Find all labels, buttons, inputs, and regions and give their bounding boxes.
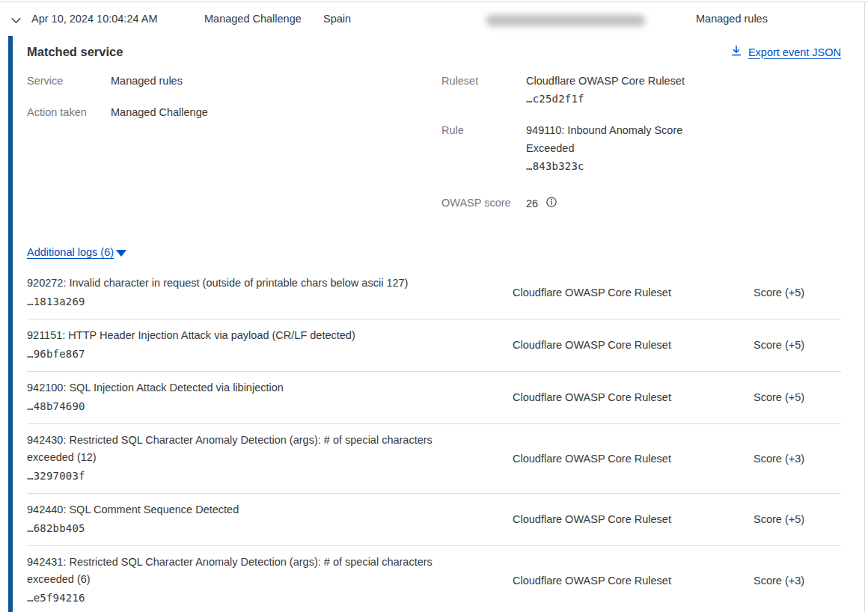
event-summary-row[interactable]: Apr 10, 2024 10:04:24 AM Managed Challen… bbox=[0, 2, 868, 36]
redacted-host-blur bbox=[486, 15, 645, 26]
log-description: 942431: Restricted SQL Character Anomaly… bbox=[27, 554, 481, 588]
event-service: Managed rules bbox=[696, 13, 768, 25]
panel-title: Matched service bbox=[27, 45, 123, 59]
additional-logs-toggle[interactable]: Additional logs (6) bbox=[27, 246, 126, 258]
ruleset-field: Ruleset Cloudflare OWASP Core Ruleset …c… bbox=[441, 72, 841, 108]
service-label: Service bbox=[27, 72, 111, 90]
log-ruleset: Cloudflare OWASP Core Ruleset bbox=[513, 575, 754, 587]
ruleset-name: Cloudflare OWASP Core Ruleset bbox=[526, 72, 685, 90]
rule-name: 949110: Inbound Anomaly Score Exceeded bbox=[526, 121, 709, 157]
event-detail-screen: Apr 10, 2024 10:04:24 AM Managed Challen… bbox=[0, 1, 868, 612]
log-score: Score (+3) bbox=[754, 453, 841, 465]
log-description: 942430: Restricted SQL Character Anomaly… bbox=[27, 432, 481, 466]
log-ruleset: Cloudflare OWASP Core Ruleset bbox=[513, 453, 754, 465]
owasp-score-value: 26 bbox=[526, 195, 538, 212]
log-ruleset: Cloudflare OWASP Core Ruleset bbox=[513, 391, 754, 403]
matched-service-panel: Matched service Export event JSON Servic… bbox=[8, 36, 868, 612]
log-row: 942431: Restricted SQL Character Anomaly… bbox=[27, 546, 841, 612]
log-score: Score (+3) bbox=[754, 575, 841, 587]
panel-header: Matched service Export event JSON bbox=[27, 45, 841, 59]
log-ruleset: Cloudflare OWASP Core Ruleset bbox=[513, 339, 754, 351]
rule-id: …843b323c bbox=[526, 157, 709, 175]
export-event-json-link[interactable]: Export event JSON bbox=[730, 45, 841, 59]
log-score: Score (+5) bbox=[754, 287, 841, 299]
log-score: Score (+5) bbox=[754, 513, 841, 525]
service-value: Managed rules bbox=[111, 72, 183, 90]
log-rule-id: …e5f94216 bbox=[27, 590, 481, 607]
event-timestamp: Apr 10, 2024 10:04:24 AM bbox=[31, 13, 158, 25]
log-score: Score (+5) bbox=[754, 339, 841, 351]
download-icon bbox=[730, 45, 742, 59]
log-ruleset: Cloudflare OWASP Core Ruleset bbox=[513, 287, 754, 299]
log-row: 920272: Invalid character in request (ou… bbox=[27, 267, 841, 319]
log-row: 942100: SQL Injection Attack Detected vi… bbox=[27, 372, 841, 424]
service-field: Service Managed rules bbox=[27, 72, 441, 90]
log-description: 921151: HTTP Header Injection Attack via… bbox=[27, 327, 481, 344]
owasp-score-label: OWASP score bbox=[441, 194, 526, 213]
ruleset-id: …c25d2f1f bbox=[526, 90, 685, 108]
info-icon[interactable] bbox=[545, 195, 557, 213]
log-description: 942440: SQL Comment Sequence Detected bbox=[27, 501, 481, 518]
log-ruleset: Cloudflare OWASP Core Ruleset bbox=[513, 513, 754, 525]
ruleset-label: Ruleset bbox=[441, 72, 526, 108]
log-rule-id: …48b74690 bbox=[27, 398, 481, 415]
table-right-border bbox=[864, 2, 865, 612]
rule-label: Rule bbox=[441, 121, 526, 175]
action-taken-label: Action taken bbox=[27, 103, 111, 121]
log-row: 942430: Restricted SQL Character Anomaly… bbox=[27, 424, 841, 494]
log-rule-id: …96bfe867 bbox=[27, 346, 481, 363]
chevron-down-icon[interactable] bbox=[10, 14, 22, 29]
export-link-label: Export event JSON bbox=[748, 46, 841, 58]
additional-logs-list: 920272: Invalid character in request (ou… bbox=[27, 267, 841, 612]
log-description: 942100: SQL Injection Attack Detected vi… bbox=[27, 379, 481, 397]
log-description: 920272: Invalid character in request (ou… bbox=[27, 275, 481, 292]
action-taken-field: Action taken Managed Challenge bbox=[27, 103, 441, 121]
rule-field: Rule 949110: Inbound Anomaly Score Excee… bbox=[441, 121, 841, 175]
log-row: 942440: SQL Comment Sequence Detected …6… bbox=[27, 494, 841, 546]
additional-logs-label: Additional logs (6) bbox=[27, 246, 114, 258]
log-score: Score (+5) bbox=[754, 391, 841, 403]
triangle-down-icon bbox=[116, 250, 126, 257]
log-rule-id: …3297003f bbox=[27, 468, 481, 485]
event-country: Spain bbox=[323, 13, 351, 25]
log-rule-id: …682bb405 bbox=[27, 520, 481, 537]
event-action: Managed Challenge bbox=[204, 13, 302, 25]
log-rule-id: …1813a269 bbox=[27, 293, 481, 310]
action-taken-value: Managed Challenge bbox=[111, 103, 208, 121]
detail-grid: Service Managed rules Action taken Manag… bbox=[27, 72, 841, 227]
log-row: 921151: HTTP Header Injection Attack via… bbox=[27, 319, 841, 372]
owasp-score-field: OWASP score 26 bbox=[441, 194, 841, 213]
